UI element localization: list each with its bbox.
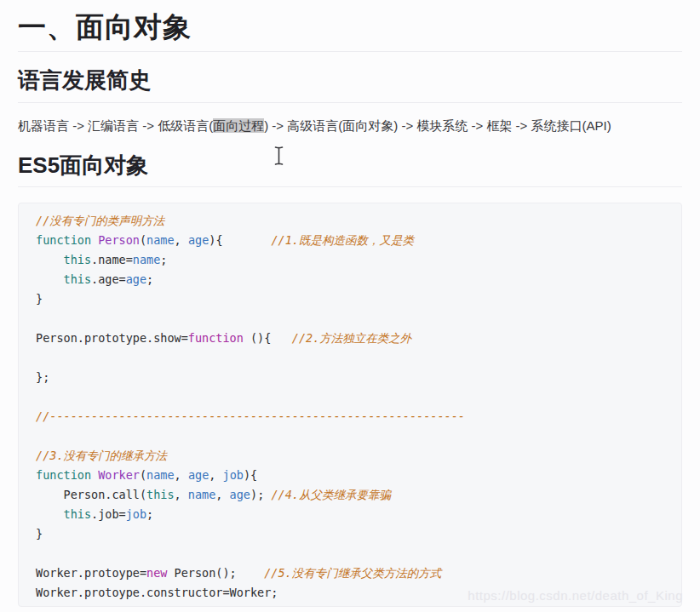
code-line: } — [36, 289, 664, 309]
code-token-var: name — [188, 488, 216, 501]
code-token-pln: ( — [140, 233, 146, 247]
code-token-var: age — [188, 468, 209, 482]
code-token-pln: ){ — [244, 468, 257, 482]
code-token-kw: function — [36, 233, 91, 247]
code-token-pln: .age= — [91, 272, 126, 286]
code-token-kw: this — [64, 253, 92, 266]
code-token-kw: this — [64, 272, 92, 286]
code-token-var: age — [126, 272, 146, 286]
code-line: this.age=age; — [36, 270, 664, 289]
code-line: //3.没有专门的继承方法 — [36, 446, 664, 466]
code-line: function Worker(name, age, job){ — [36, 466, 664, 485]
code-line: this.job=job; — [36, 505, 664, 524]
code-token-pln: Person.call( — [36, 488, 146, 501]
code-token-pln — [91, 233, 98, 247]
code-token-pln: ; — [146, 507, 153, 521]
code-token-kw2: new — [146, 566, 167, 580]
code-line — [36, 309, 664, 329]
code-line — [36, 426, 664, 446]
code-token-kw: this — [64, 507, 92, 521]
code-token-var: name — [146, 468, 175, 482]
code-token-pln: } — [36, 527, 43, 541]
code-token-pln: , — [215, 488, 229, 501]
code-token-kw: function — [36, 468, 91, 482]
flow-text-after: ) -> 高级语言(面向对象) -> 模块系统 -> 框架 -> 系统接口(AP… — [264, 118, 611, 133]
code-token-var: name — [146, 233, 175, 247]
code-token-cmt: //4.从父类继承要靠骗 — [271, 488, 391, 501]
code-token-var: job — [126, 507, 146, 521]
code-line: } — [36, 524, 664, 544]
flow-text-before: 机器语言 -> 汇编语言 -> 低级语言( — [18, 118, 213, 133]
code-token-var: job — [223, 468, 244, 482]
code-token-pln: Person.prototype.show= — [36, 331, 188, 345]
code-line: Person.call(this, name, age); //4.从父类继承要… — [36, 485, 664, 505]
code-token-pln: ( — [140, 468, 146, 482]
code-token-pln: Person(); — [167, 566, 264, 580]
code-token-pln: , — [175, 468, 188, 482]
language-evolution-paragraph: 机器语言 -> 汇编语言 -> 低级语言(面向过程) -> 高级语言(面向对象)… — [18, 103, 682, 146]
code-token-cmt: //1.既是构造函数，又是类 — [271, 233, 414, 247]
article-content: 一、面向对象 语言发展简史 机器语言 -> 汇编语言 -> 低级语言(面向过程)… — [0, 0, 700, 607]
code-token-cmt: //2.方法独立在类之外 — [292, 331, 412, 345]
code-token-pln — [36, 253, 64, 266]
code-token-pln: , — [175, 233, 188, 247]
code-token-pln: ; — [160, 253, 167, 266]
code-line — [36, 348, 664, 368]
code-line: Worker.protoype=new Person(); //5.没有专门继承… — [36, 563, 664, 583]
code-line: }; — [36, 368, 664, 387]
code-token-cmt: //3.没有专门的继承方法 — [36, 449, 167, 462]
code-token-kw: this — [146, 488, 175, 501]
page-title: 一、面向对象 — [18, 0, 682, 52]
code-token-var: name — [133, 253, 161, 266]
code-token-pln: , — [209, 468, 222, 482]
code-token-pln: Worker.protoype.constructor=Worker; — [36, 586, 278, 599]
code-token-pln: ; — [146, 272, 153, 286]
code-token-pln: , — [175, 488, 188, 501]
code-token-cmt: //5.没有专门继承父类方法的方式 — [264, 566, 441, 580]
code-block: //没有专门的类声明方法function Person(name, age){ … — [18, 203, 682, 607]
section-title-language-history: 语言发展简史 — [18, 52, 682, 103]
code-token-pln — [91, 468, 98, 482]
code-token-pln: ); — [250, 488, 271, 501]
code-line: //--------------------------------------… — [36, 407, 664, 426]
code-token-pln: (){ — [244, 331, 292, 345]
selected-text: 面向过程 — [213, 118, 264, 133]
blog-watermark: https://blog.csdn.net/death_of_King — [468, 588, 683, 603]
code-token-ttl: Person — [98, 233, 140, 247]
code-token-pln: .name= — [91, 253, 133, 266]
section-title-es5-oop: ES5面向对象 — [18, 146, 682, 187]
code-token-ttl: Worker — [98, 468, 140, 482]
code-token-pln: }; — [36, 370, 49, 384]
code-line: this.name=name; — [36, 250, 664, 270]
code-token-pln: ){ — [209, 233, 271, 247]
code-token-pln: .job= — [91, 507, 126, 521]
code-token-var: age — [230, 488, 250, 501]
code-token-pln — [36, 507, 64, 521]
code-line: Person.prototype.show=function (){ //2.方… — [36, 329, 664, 348]
code-line — [36, 387, 664, 407]
code-line — [36, 544, 664, 563]
text-cursor-icon — [273, 146, 284, 166]
code-token-kw2: function — [188, 331, 244, 345]
code-line: //没有专门的类声明方法 — [36, 211, 664, 231]
code-token-cmt: //没有专门的类声明方法 — [36, 214, 164, 227]
code-line: function Person(name, age){ //1.既是构造函数，又… — [36, 231, 664, 250]
code-token-pln: Worker.protoype= — [36, 566, 146, 580]
code-token-pln — [36, 272, 64, 286]
code-token-pln: } — [36, 292, 43, 306]
code-token-cmt: //--------------------------------------… — [36, 409, 465, 423]
code-token-var: age — [188, 233, 209, 247]
